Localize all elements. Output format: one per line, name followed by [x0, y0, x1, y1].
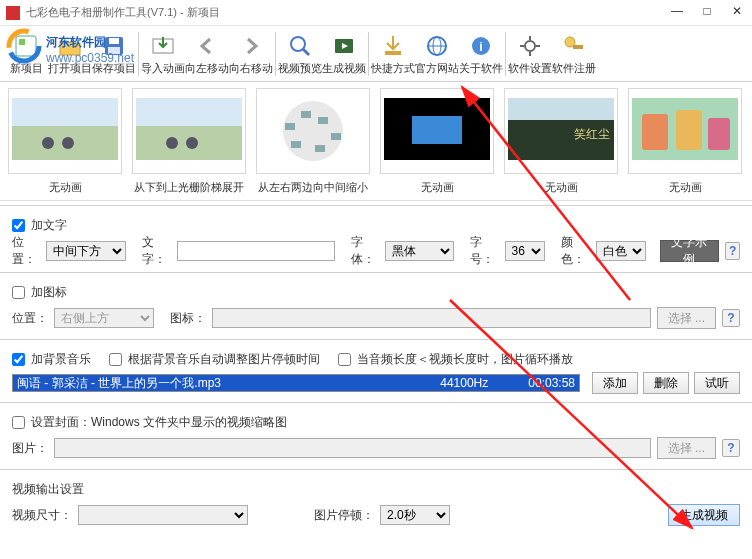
svg-line-11 [303, 49, 309, 55]
svg-point-35 [186, 137, 198, 149]
svg-rect-49 [508, 98, 614, 120]
svg-point-34 [166, 137, 178, 149]
add-music-checkbox[interactable] [12, 353, 25, 366]
thumb-item[interactable]: 无动画 [628, 88, 742, 194]
icon-browse-button[interactable]: 选择 ... [657, 307, 716, 329]
music-listbox[interactable]: 闽语 - 郭采洁 - 世界上的另一个我.mp3 44100Hz00:03:58 [12, 374, 580, 392]
text-position-select[interactable]: 中间下方 [46, 241, 126, 261]
add-text-checkbox[interactable] [12, 219, 25, 232]
icon-path-input[interactable] [212, 308, 651, 328]
add-icon-checkbox[interactable] [12, 286, 25, 299]
thumb-caption: 无动画 [421, 180, 454, 194]
svg-rect-40 [318, 117, 328, 124]
icon-img-label: 图标： [170, 310, 206, 327]
svg-rect-42 [291, 141, 301, 148]
thumb-item[interactable]: 无动画 [8, 88, 122, 194]
text-size-label: 字号： [470, 234, 498, 268]
video-size-select[interactable] [78, 505, 248, 525]
set-cover-label: 设置封面：Windows 文件夹中显示的视频缩略图 [31, 414, 287, 431]
pause-label: 图片停顿： [314, 507, 374, 524]
help-icon[interactable]: ? [725, 242, 740, 260]
window-title: 七彩色电子相册制作工具(V7.1) - 新项目 [26, 5, 220, 20]
close-button[interactable]: ✕ [722, 0, 752, 22]
text-pos-label: 位置： [12, 234, 40, 268]
output-title: 视频输出设置 [12, 481, 84, 498]
app-icon [6, 6, 20, 20]
video-size-label: 视频尺寸： [12, 507, 72, 524]
pause-select[interactable]: 2.0秒 [380, 505, 450, 525]
thumb-item[interactable]: 从下到上光栅阶梯展开 [132, 88, 246, 194]
thumb-item[interactable]: 从左右两边向中间缩小 [256, 88, 370, 194]
settings-button[interactable]: 软件设置 [508, 28, 552, 80]
help-icon[interactable]: ? [722, 439, 740, 457]
svg-rect-28 [12, 98, 118, 126]
music-adjust-label: 根据背景音乐自动调整图片停顿时间 [128, 351, 320, 368]
svg-point-29 [42, 137, 54, 149]
thumb-item[interactable]: 无动画 [380, 88, 494, 194]
icon-position-select[interactable]: 右侧上方 [54, 308, 154, 328]
svg-rect-25 [573, 45, 583, 49]
text-font-label: 字体： [351, 234, 379, 268]
text-content-input[interactable] [177, 241, 335, 261]
shortcut-button[interactable]: 快捷方式 [371, 28, 415, 80]
add-music-label: 加背景音乐 [31, 351, 91, 368]
svg-rect-5 [19, 39, 25, 45]
svg-rect-39 [301, 111, 311, 118]
text-sample-button[interactable]: 文字示例 [660, 240, 720, 262]
svg-rect-8 [108, 47, 120, 54]
music-delete-button[interactable]: 删除 [643, 372, 689, 394]
titlebar: 七彩色电子相册制作工具(V7.1) - 新项目 — □ ✕ [0, 0, 752, 26]
svg-text:i: i [479, 40, 482, 54]
open-project-button[interactable]: 打开项目 [48, 28, 92, 80]
music-item-selected[interactable]: 闽语 - 郭采洁 - 世界上的另一个我.mp3 44100Hz00:03:58 [13, 375, 579, 391]
register-button[interactable]: 软件注册 [552, 28, 596, 80]
minimize-button[interactable]: — [662, 0, 692, 22]
text-color-select[interactable]: 白色 [596, 241, 646, 261]
thumb-caption: 无动画 [49, 180, 82, 194]
set-cover-checkbox[interactable] [12, 416, 25, 429]
svg-rect-43 [315, 145, 325, 152]
output-section: 视频输出设置 视频尺寸： 图片停顿： 2.0秒 生成视频 [0, 469, 752, 532]
svg-point-37 [283, 101, 343, 161]
help-icon[interactable]: ? [722, 309, 740, 327]
thumb-caption: 从左右两边向中间缩小 [258, 180, 368, 194]
preview-video-button[interactable]: 视频预览 [278, 28, 322, 80]
svg-rect-38 [285, 123, 295, 130]
cover-browse-button[interactable]: 选择 ... [657, 437, 716, 459]
thumb-caption: 从下到上光栅阶梯展开 [134, 180, 244, 194]
import-animation-button[interactable]: 导入动画 [141, 28, 185, 80]
svg-rect-33 [136, 98, 242, 126]
music-item-name: 闽语 - 郭采洁 - 世界上的另一个我.mp3 [17, 375, 221, 392]
cover-section: 设置封面：Windows 文件夹中显示的视频缩略图 图片： 选择 ... ? [0, 402, 752, 465]
music-loop-label: 当音频长度＜视频长度时，图片循环播放 [357, 351, 573, 368]
music-section: 加背景音乐 根据背景音乐自动调整图片停顿时间 当音频长度＜视频长度时，图片循环播… [0, 339, 752, 398]
add-icon-label: 加图标 [31, 284, 67, 301]
music-add-button[interactable]: 添加 [592, 372, 638, 394]
new-project-button[interactable]: 新项目 [4, 28, 48, 80]
text-font-select[interactable]: 黑体 [385, 241, 454, 261]
svg-rect-41 [331, 133, 341, 140]
cover-path-input[interactable] [54, 438, 651, 458]
music-loop-checkbox[interactable] [338, 353, 351, 366]
svg-point-10 [291, 37, 305, 51]
svg-rect-13 [385, 51, 401, 55]
svg-point-30 [62, 137, 74, 149]
move-left-button[interactable]: 向左移动 [185, 28, 229, 80]
thumb-caption: 无动画 [545, 180, 578, 194]
generate-video-button[interactable]: 生成视频 [322, 28, 366, 80]
maximize-button[interactable]: □ [692, 0, 722, 22]
music-try-button[interactable]: 试听 [694, 372, 740, 394]
text-color-label: 颜色： [561, 234, 589, 268]
about-button[interactable]: i关于软件 [459, 28, 503, 80]
save-project-button[interactable]: 保存项目 [92, 28, 136, 80]
text-size-select[interactable]: 36 [505, 241, 546, 261]
thumbnail-strip: 无动画 从下到上光栅阶梯展开 从左右两边向中间缩小 无动画 笑红尘 无动画 无动… [0, 82, 752, 201]
website-button[interactable]: 官方网站 [415, 28, 459, 80]
thumb-item[interactable]: 笑红尘 无动画 [504, 88, 618, 194]
svg-rect-55 [708, 118, 730, 150]
text-section: 加文字 位置： 中间下方 文字： 字体： 黑体 字号： 36 颜色： 白色 文字… [0, 205, 752, 268]
generate-video-bottom-button[interactable]: 生成视频 [668, 504, 740, 526]
move-right-button[interactable]: 向右移动 [229, 28, 273, 80]
svg-rect-53 [642, 114, 668, 150]
music-adjust-checkbox[interactable] [109, 353, 122, 366]
